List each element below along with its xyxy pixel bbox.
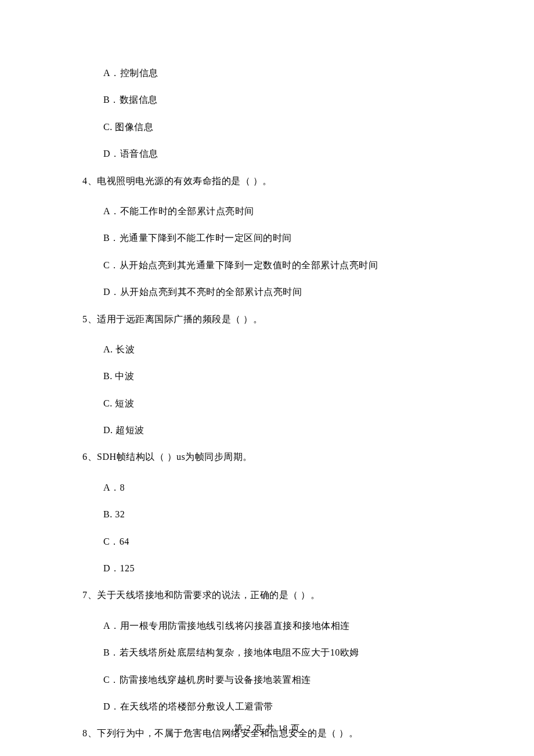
question-5: 5、适用于远距离国际广播的频段是（ ）。 xyxy=(82,313,452,326)
q4-option-d: D．从开始点亮到其不亮时的全部累计点亮时间 xyxy=(103,286,452,298)
q5-option-d: D. 超短波 xyxy=(103,424,452,437)
option-c: C. 图像信息 xyxy=(103,121,452,134)
q4-option-c: C．从开始点亮到其光通量下降到一定数值时的全部累计点亮时间 xyxy=(103,259,452,272)
q7-option-c: C．防雷接地线穿越机房时要与设备接地装置相连 xyxy=(103,674,452,686)
question-6: 6、SDH帧结构以（ ）us为帧同步周期。 xyxy=(82,451,452,463)
page-footer: 第 2 页 共 18 页 xyxy=(0,723,534,734)
q5-option-a: A. 长波 xyxy=(103,343,452,356)
option-a: A．控制信息 xyxy=(103,67,452,80)
q4-option-a: A．不能工作时的全部累计点亮时间 xyxy=(103,205,452,218)
q7-option-d: D．在天线塔的塔楼部分敷设人工避雷带 xyxy=(103,700,452,713)
question-7: 7、关于天线塔接地和防雷要求的说法，正确的是（ ）。 xyxy=(82,589,452,602)
q6-option-d: D．125 xyxy=(103,562,452,575)
q5-option-b: B. 中波 xyxy=(103,370,452,383)
q5-option-c: C. 短波 xyxy=(103,397,452,410)
q6-option-b: B. 32 xyxy=(103,508,452,521)
q6-option-a: A．8 xyxy=(103,481,452,494)
q7-option-a: A．用一根专用防雷接地线引线将闪接器直接和接地体相连 xyxy=(103,620,452,632)
page-content: A．控制信息 B．数据信息 C. 图像信息 D．语音信息 4、电视照明电光源的有… xyxy=(0,0,534,756)
question-4: 4、电视照明电光源的有效寿命指的是（ ）。 xyxy=(82,175,452,188)
option-d: D．语音信息 xyxy=(103,147,452,160)
q7-option-b: B．若天线塔所处底层结构复杂，接地体电阻不应大于10欧姆 xyxy=(103,646,452,659)
q6-option-c: C．64 xyxy=(103,535,452,548)
q4-option-b: B．光通量下降到不能工作时一定区间的时间 xyxy=(103,232,452,244)
option-b: B．数据信息 xyxy=(103,93,452,106)
